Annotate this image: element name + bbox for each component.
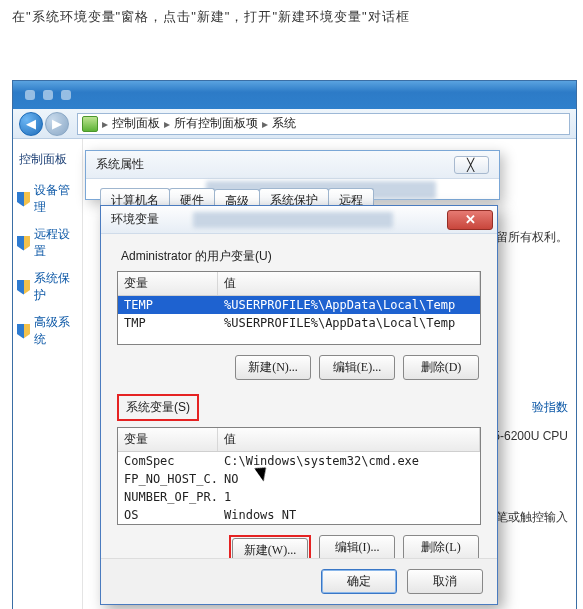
cell-val: 1	[218, 488, 480, 506]
user-edit-button[interactable]: 编辑(E)...	[319, 355, 395, 380]
blurred-region	[193, 212, 393, 228]
nav-forward-button[interactable]: ▶	[45, 112, 69, 136]
explorer-toolbar: ◀ ▶ ▸ 控制面板 ▸ 所有控制面板项 ▸ 系统	[13, 109, 576, 139]
cell-var: OS	[118, 506, 218, 524]
dialog-title: 系统属性	[96, 156, 144, 173]
cell-val: NO	[218, 470, 480, 488]
breadcrumb-seg[interactable]: 所有控制面板项	[174, 115, 258, 132]
sidebar-item-label: 远程设置	[34, 226, 78, 260]
window-titlebar[interactable]	[13, 81, 576, 109]
cell-val: %USERPROFILE%\AppData\Local\Temp	[218, 296, 480, 314]
cell-var: FP_NO_HOST_C...	[118, 470, 218, 488]
col-variable[interactable]: 变量	[118, 428, 218, 451]
dialog-footer: 确定 取消	[101, 558, 497, 604]
user-vars-list[interactable]: 变量 值 TEMP %USERPROFILE%\AppData\Local\Te…	[117, 271, 481, 345]
fragment-text: i5-6200U CPU	[491, 429, 568, 443]
control-panel-sidebar: 控制面板 设备管理 远程设置 系统保护 高级系统	[13, 139, 83, 609]
dialog-title: 环境变量	[111, 211, 159, 228]
highlight-sys-label: 系统变量(S)	[117, 394, 199, 421]
cell-var: TEMP	[118, 296, 218, 314]
env-vars-dialog: 环境变量 ✕ Administrator 的用户变量(U) 变量 值 TEMP …	[100, 205, 498, 605]
list-row[interactable]: TMP %USERPROFILE%\AppData\Local\Temp	[118, 314, 480, 332]
sidebar-header: 控制面板	[17, 151, 78, 168]
shield-icon	[17, 236, 30, 251]
list-row[interactable]: ComSpec C:\Windows\system32\cmd.exe	[118, 452, 480, 470]
ok-button[interactable]: 确定	[321, 569, 397, 594]
chevron-right-icon: ▸	[100, 117, 110, 131]
user-new-button[interactable]: 新建(N)...	[235, 355, 311, 380]
shield-icon	[17, 324, 30, 339]
list-header[interactable]: 变量 值	[118, 428, 480, 452]
cell-var: NUMBER_OF_PR...	[118, 488, 218, 506]
breadcrumb[interactable]: ▸ 控制面板 ▸ 所有控制面板项 ▸ 系统	[77, 113, 570, 135]
sidebar-item-label: 高级系统	[34, 314, 78, 348]
window-corner-decor	[19, 90, 71, 100]
sys-vars-list[interactable]: 变量 值 ComSpec C:\Windows\system32\cmd.exe…	[117, 427, 481, 525]
user-delete-button[interactable]: 删除(D)	[403, 355, 479, 380]
list-header[interactable]: 变量 值	[118, 272, 480, 296]
user-vars-label: Administrator 的用户变量(U)	[121, 248, 481, 265]
sidebar-item-label: 系统保护	[34, 270, 78, 304]
col-value[interactable]: 值	[218, 272, 480, 295]
list-row[interactable]: TEMP %USERPROFILE%\AppData\Local\Temp	[118, 296, 480, 314]
sys-vars-label: 系统变量(S)	[120, 397, 196, 418]
cell-val: %USERPROFILE%\AppData\Local\Temp	[218, 314, 480, 332]
dialog-titlebar[interactable]: 环境变量 ✕	[101, 206, 497, 234]
col-variable[interactable]: 变量	[118, 272, 218, 295]
cell-val: Windows NT	[218, 506, 480, 524]
sidebar-item-advanced[interactable]: 高级系统	[17, 314, 78, 348]
list-row[interactable]: FP_NO_HOST_C... NO	[118, 470, 480, 488]
cell-var: ComSpec	[118, 452, 218, 470]
shield-icon	[17, 280, 30, 295]
wei-link[interactable]: 验指数	[532, 399, 568, 416]
instruction-text: 在"系统环境变量"窗格，点击"新建"，打开"新建环境变量"对话框	[0, 0, 583, 56]
chevron-right-icon: ▸	[260, 117, 270, 131]
sidebar-item-remote[interactable]: 远程设置	[17, 226, 78, 260]
user-vars-button-row: 新建(N)... 编辑(E)... 删除(D)	[117, 355, 479, 380]
list-row[interactable]: OS Windows NT	[118, 506, 480, 524]
breadcrumb-seg[interactable]: 系统	[272, 115, 296, 132]
dialog-titlebar[interactable]: 系统属性 ╳	[86, 151, 499, 179]
cancel-button[interactable]: 取消	[407, 569, 483, 594]
breadcrumb-seg[interactable]: 控制面板	[112, 115, 160, 132]
close-button[interactable]: ✕	[447, 210, 493, 230]
close-button[interactable]: ╳	[454, 156, 489, 174]
fragment-text: 留所有权利。	[496, 229, 568, 246]
sidebar-item-sysprotect[interactable]: 系统保护	[17, 270, 78, 304]
nav-back-button[interactable]: ◀	[19, 112, 43, 136]
sidebar-item-device-mgr[interactable]: 设备管理	[17, 182, 78, 216]
system-icon	[82, 116, 98, 132]
cell-val: C:\Windows\system32\cmd.exe	[218, 452, 480, 470]
col-value[interactable]: 值	[218, 428, 480, 451]
cell-var: TMP	[118, 314, 218, 332]
shield-icon	[17, 192, 30, 207]
chevron-right-icon: ▸	[162, 117, 172, 131]
list-row[interactable]: NUMBER_OF_PR... 1	[118, 488, 480, 506]
sidebar-item-label: 设备管理	[34, 182, 78, 216]
